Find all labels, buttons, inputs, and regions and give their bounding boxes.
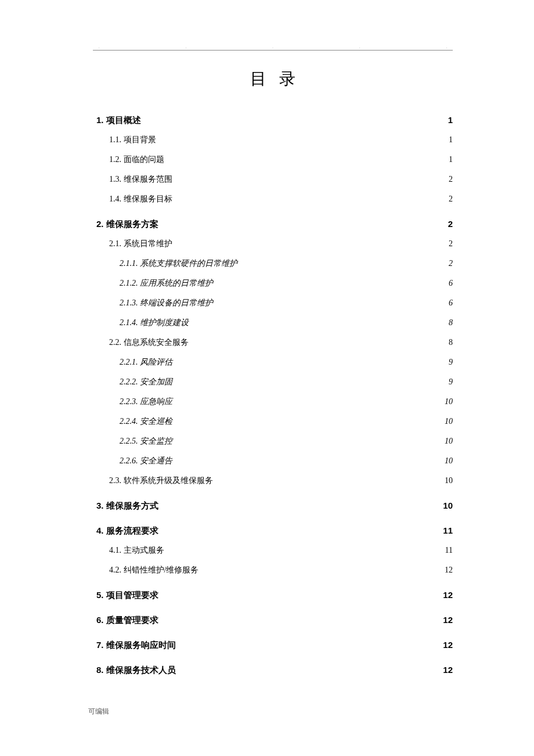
toc-entry: 2. 维保服务方案2 — [93, 219, 453, 228]
toc-entry-label: 6. 质量管理要求 — [96, 615, 158, 624]
toc-entry-label: 2.2.3. 应急响应 — [120, 398, 172, 406]
toc-entry: 5. 项目管理要求12 — [93, 591, 453, 599]
toc-entry: 2.2.3. 应急响应10 — [93, 398, 453, 406]
toc-entry-page: 8 — [449, 319, 453, 327]
toc-entry-page: 6 — [449, 299, 453, 307]
toc-entry-page: 12 — [445, 566, 453, 574]
toc-entry-page: 2 — [449, 240, 453, 248]
toc-list: 1. 项目概述11.1. 项目背景11.2. 面临的问题11.3. 维保服务范围… — [93, 116, 453, 674]
toc-entry-label: 2.1.2. 应用系统的日常维护 — [120, 279, 213, 287]
toc-entry-label: 3. 维保服务方式 — [96, 501, 158, 510]
toc-entry-page: 10 — [445, 457, 453, 465]
toc-entry: 1.3. 维保服务范围2 — [93, 175, 453, 183]
toc-entry: 2.3. 软件系统升级及维保服务10 — [93, 477, 453, 485]
toc-entry: 2.1.3. 终端设备的日常维护6 — [93, 299, 453, 307]
rule-dots: ..... — [93, 45, 453, 49]
toc-entry: 2.2.4. 安全巡检10 — [93, 417, 453, 426]
toc-entry: 2.2. 信息系统安全服务8 — [93, 339, 453, 347]
toc-entry-page: 10 — [445, 477, 453, 485]
toc-entry-label: 2.3. 软件系统升级及维保服务 — [109, 477, 213, 485]
toc-entry-label: 1.2. 面临的问题 — [109, 156, 164, 164]
toc-entry-label: 4. 服务流程要求 — [96, 526, 158, 535]
toc-entry-page: 1 — [448, 116, 453, 124]
toc-entry-label: 1.1. 项目背景 — [109, 136, 156, 144]
toc-entry: 1. 项目概述1 — [93, 116, 453, 124]
toc-entry: 2.1.2. 应用系统的日常维护6 — [93, 279, 453, 287]
toc-entry-label: 1.3. 维保服务范围 — [109, 175, 172, 183]
header-rule: ..... — [93, 50, 453, 51]
toc-entry-page: 2 — [448, 219, 453, 228]
toc-entry-label: 1. 项目概述 — [96, 116, 141, 124]
toc-entry-page: 12 — [443, 640, 453, 649]
toc-entry-page: 10 — [445, 398, 453, 406]
toc-entry: 2.1.4. 维护制度建设8 — [93, 319, 453, 327]
toc-entry-label: 8. 维保服务技术人员 — [96, 665, 176, 674]
toc-entry-page: 12 — [443, 665, 453, 674]
toc-entry-label: 5. 项目管理要求 — [96, 591, 158, 599]
toc-entry-label: 2.2.4. 安全巡检 — [120, 417, 172, 426]
toc-entry-page: 10 — [445, 417, 453, 426]
toc-entry-page: 8 — [449, 339, 453, 347]
toc-entry: 2.2.1. 风险评估9 — [93, 358, 453, 366]
toc-title: 目录 — [93, 68, 453, 90]
toc-entry-label: 4.1. 主动式服务 — [109, 546, 164, 555]
toc-entry-page: 2 — [449, 260, 453, 268]
toc-entry-page: 2 — [449, 175, 453, 183]
toc-entry: 2.1.1. 系统支撑软硬件的日常维护2 — [93, 260, 453, 268]
toc-entry-page: 10 — [443, 501, 453, 510]
toc-entry-label: 2.2.5. 安全监控 — [120, 437, 172, 445]
toc-entry: 7. 维保服务响应时间12 — [93, 640, 453, 649]
toc-entry: 2.2.6. 安全通告10 — [93, 457, 453, 465]
toc-entry-label: 2.2. 信息系统安全服务 — [109, 339, 189, 347]
toc-entry-label: 4.2. 纠错性维护/维修服务 — [109, 566, 199, 574]
toc-entry-label: 2.1.3. 终端设备的日常维护 — [120, 299, 213, 307]
toc-entry: 2.1. 系统日常维护2 — [93, 240, 453, 248]
toc-entry: 4.2. 纠错性维护/维修服务12 — [93, 566, 453, 574]
toc-entry-page: 2 — [449, 195, 453, 203]
toc-entry-label: 7. 维保服务响应时间 — [96, 640, 176, 649]
toc-entry-page: 11 — [443, 526, 453, 535]
toc-entry-page: 9 — [449, 358, 453, 366]
toc-entry-page: 12 — [443, 615, 453, 624]
toc-entry-page: 10 — [445, 437, 453, 445]
toc-entry-label: 2.1.1. 系统支撑软硬件的日常维护 — [120, 260, 237, 268]
toc-entry: 1.1. 项目背景1 — [93, 136, 453, 144]
toc-entry-page: 1 — [449, 136, 453, 144]
toc-entry-label: 2.2.1. 风险评估 — [120, 358, 172, 366]
toc-entry-label: 2.2.6. 安全通告 — [120, 457, 172, 465]
toc-entry-label: 2. 维保服务方案 — [96, 219, 158, 228]
toc-entry: 1.4. 维保服务目标2 — [93, 195, 453, 203]
footer-note: 可编辑 — [88, 707, 453, 717]
toc-entry-page: 12 — [443, 591, 453, 599]
toc-entry-label: 2.1. 系统日常维护 — [109, 240, 172, 248]
toc-entry-page: 11 — [445, 546, 453, 555]
toc-entry-label: 1.4. 维保服务目标 — [109, 195, 172, 203]
toc-entry: 8. 维保服务技术人员12 — [93, 665, 453, 674]
toc-entry: 2.2.5. 安全监控10 — [93, 437, 453, 445]
toc-entry: 3. 维保服务方式10 — [93, 501, 453, 510]
toc-entry-label: 2.1.4. 维护制度建设 — [120, 319, 189, 327]
toc-entry: 1.2. 面临的问题1 — [93, 156, 453, 164]
document-page: ..... 目录 1. 项目概述11.1. 项目背景11.2. 面临的问题11.… — [0, 0, 534, 740]
toc-entry-page: 6 — [449, 279, 453, 287]
toc-entry-label: 2.2.2. 安全加固 — [120, 378, 172, 386]
toc-entry-page: 1 — [449, 156, 453, 164]
toc-entry-page: 9 — [449, 378, 453, 386]
toc-entry: 4. 服务流程要求11 — [93, 526, 453, 535]
toc-entry: 6. 质量管理要求12 — [93, 615, 453, 624]
toc-entry: 2.2.2. 安全加固9 — [93, 378, 453, 386]
toc-entry: 4.1. 主动式服务11 — [93, 546, 453, 555]
